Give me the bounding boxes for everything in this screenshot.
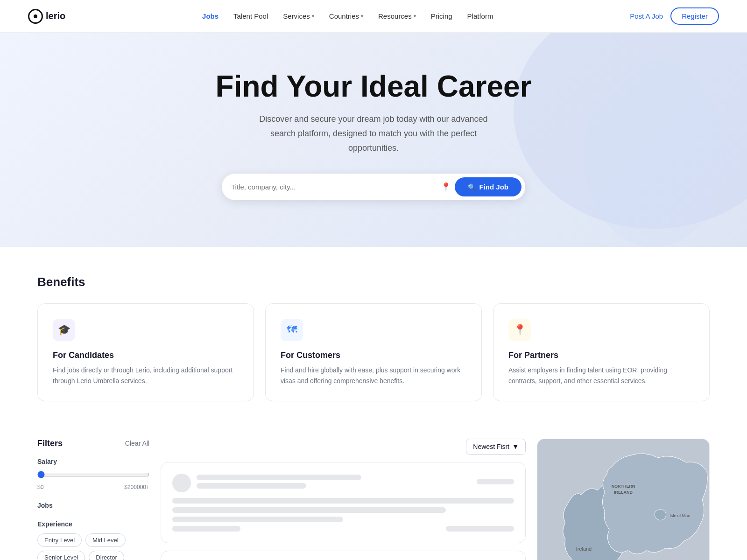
benefit-card-title: For Partners — [508, 350, 694, 360]
nav-services[interactable]: Services ▾ — [283, 12, 314, 20]
nav-jobs[interactable]: Jobs — [202, 12, 218, 20]
chevron-down-icon: ▾ — [312, 14, 314, 19]
main-content: Filters Clear All Salary $0 $200000+ Job… — [0, 420, 747, 560]
benefits-section: Benefits 🎓 For Candidates Find jobs dire… — [0, 247, 747, 420]
find-job-button[interactable]: 🔍 Find Job — [455, 177, 522, 196]
experience-tags: Entry Level Mid Level Senior Level Direc… — [37, 533, 149, 560]
partners-icon: 📍 — [508, 319, 531, 341]
nav-pricing[interactable]: Pricing — [431, 12, 452, 20]
clear-all-button[interactable]: Clear All — [125, 440, 149, 447]
candidates-icon: 🎓 — [53, 319, 75, 341]
map-label-isle-of-man: Isle of Man — [669, 513, 690, 518]
salary-max: $200000+ — [124, 484, 149, 490]
hero-title: Find Your Ideal Career — [9, 70, 738, 103]
search-box: 📍 🔍 Find Job — [222, 174, 525, 200]
exp-tag-entry[interactable]: Entry Level — [37, 533, 82, 547]
chevron-down-icon: ▾ — [414, 14, 416, 19]
avatar-skeleton — [172, 474, 191, 492]
jobs-filter-label: Jobs — [37, 502, 149, 509]
register-button[interactable]: Register — [670, 7, 719, 25]
jobs-sort-header: Newest Fisrt ▼ — [161, 439, 526, 455]
sort-icon: ▼ — [512, 443, 519, 450]
benefits-grid: 🎓 For Candidates Find jobs directly or t… — [37, 303, 710, 401]
benefit-card-partners: 📍 For Partners Assist employers in findi… — [493, 303, 710, 401]
exp-tag-director[interactable]: Director — [89, 551, 124, 560]
benefit-card-title: For Candidates — [53, 350, 239, 360]
filters-header: Filters Clear All — [37, 439, 149, 448]
sort-dropdown[interactable]: Newest Fisrt ▼ — [466, 439, 526, 455]
customers-icon: 🗺 — [281, 319, 303, 341]
svg-text:IRELAND: IRELAND — [614, 490, 633, 495]
map-label-northern-ireland: NORTHERN — [612, 484, 635, 489]
post-job-button[interactable]: Post A Job — [630, 12, 663, 20]
filters-title: Filters — [37, 439, 63, 448]
nav-actions: Post A Job Register — [630, 7, 719, 25]
benefit-card-customers: 🗺 For Customers Find and hire globally w… — [265, 303, 482, 401]
salary-filter: Salary $0 $200000+ — [37, 458, 149, 490]
benefit-card-candidates: 🎓 For Candidates Find jobs directly or t… — [37, 303, 254, 401]
hero-subtitle: Discover and secure your dream job today… — [252, 112, 495, 155]
benefit-card-desc: Find and hire globally with ease, plus s… — [281, 365, 466, 386]
map-panel: NORTHERN IRELAND Isle of Man Ireland — [537, 439, 710, 560]
filters-panel: Filters Clear All Salary $0 $200000+ Job… — [37, 439, 149, 560]
salary-slider[interactable] — [37, 471, 149, 478]
benefit-card-title: For Customers — [281, 350, 466, 360]
nav-resources[interactable]: Resources ▾ — [378, 12, 416, 20]
jobs-filter: Jobs — [37, 502, 149, 509]
sort-label: Newest Fisrt — [473, 443, 509, 450]
location-icon: 📍 — [441, 182, 451, 192]
nav-countries[interactable]: Countries ▾ — [329, 12, 363, 20]
experience-filter: Experience Entry Level Mid Level Senior … — [37, 520, 149, 560]
search-input[interactable] — [231, 183, 441, 191]
job-card-skeleton[interactable] — [161, 551, 526, 560]
logo-icon — [28, 9, 43, 24]
content-skeleton — [197, 475, 471, 491]
benefits-title: Benefits — [37, 275, 710, 289]
logo[interactable]: lerio — [28, 9, 65, 24]
jobs-list: Newest Fisrt ▼ — [161, 439, 526, 560]
navbar: lerio Jobs Talent Pool Services ▾ Countr… — [0, 0, 747, 33]
salary-range: $0 $200000+ — [37, 484, 149, 490]
search-icon: 🔍 — [468, 183, 476, 191]
exp-tag-mid[interactable]: Mid Level — [85, 533, 126, 547]
hero-section: Find Your Ideal Career Discover and secu… — [0, 33, 747, 247]
job-card-skeleton[interactable] — [161, 462, 526, 543]
brand-name: lerio — [46, 11, 65, 21]
map-label-ireland: Ireland — [576, 546, 592, 552]
experience-label: Experience — [37, 520, 149, 528]
map-svg: NORTHERN IRELAND Isle of Man Ireland — [537, 439, 709, 560]
salary-label: Salary — [37, 458, 149, 465]
benefit-card-desc: Find jobs directly or through Lerio, inc… — [53, 365, 239, 386]
nav-platform[interactable]: Platform — [467, 12, 493, 20]
exp-tag-senior[interactable]: Senior Level — [37, 551, 85, 560]
nav-talent-pool[interactable]: Talent Pool — [233, 12, 268, 20]
nav-links: Jobs Talent Pool Services ▾ Countries ▾ … — [202, 12, 493, 20]
chevron-down-icon: ▾ — [361, 14, 363, 19]
salary-min: $0 — [37, 484, 43, 490]
benefit-card-desc: Assist employers in finding talent using… — [508, 365, 694, 386]
